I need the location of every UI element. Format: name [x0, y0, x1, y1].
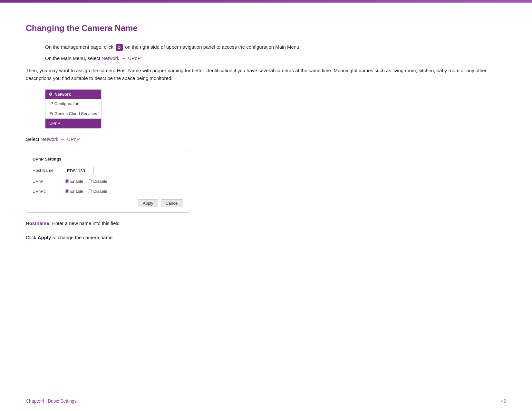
upnpc-enable-radio-label[interactable]: Enable	[65, 188, 83, 195]
arrow-icon-2: →	[60, 136, 65, 143]
upnpc-row: UPnPc Enable Disable	[33, 188, 183, 195]
hostname-label: Hostname:	[26, 220, 51, 226]
apply-line: Click Apply to change the camera name	[26, 234, 506, 241]
footer-chapter: Chapter4 | Basic Settings	[26, 398, 77, 405]
upnpc-enable-radio[interactable]	[65, 189, 69, 193]
network-menu-header: ⚙ Network	[45, 90, 101, 99]
hostname-line: Hostname: Enter a new name into this fie…	[26, 220, 506, 227]
top-bar	[0, 0, 532, 3]
upnp-buttons: Apply Cancel	[33, 199, 183, 207]
menu-item-cloud-services[interactable]: EnGenius Cloud Services	[45, 109, 101, 119]
host-name-row: Host Name	[33, 167, 183, 174]
apply-button[interactable]: Apply	[138, 199, 158, 207]
select-before: Select	[26, 136, 41, 142]
upnp-disable-radio[interactable]	[88, 179, 92, 183]
upnp-box-title: UPnP Settings	[33, 156, 183, 162]
upnpc-disable-text: Disable	[93, 188, 107, 195]
intro-block: On the management page, click ⚙ on the r…	[45, 44, 506, 62]
intro-line2-before: On the Main Menu, select	[45, 55, 102, 61]
upnp-disable-radio-label[interactable]: Disable	[88, 178, 107, 185]
page-container: Changing the Camera Name On the manageme…	[0, 3, 532, 411]
cancel-button[interactable]: Cancel	[161, 199, 183, 207]
intro-line1-before: On the management page, click	[45, 44, 115, 50]
upnp-enable-text: Enable	[70, 178, 83, 185]
network-menu-title: Network	[54, 91, 71, 98]
footer-page-number: 40	[501, 398, 506, 405]
upnp-radio-group: Enable Disable	[65, 178, 107, 185]
network-gear-icon: ⚙	[49, 91, 53, 98]
body-paragraph: Then, you may want to assign the camera …	[26, 67, 506, 82]
upnp-label: UPnP	[33, 178, 65, 185]
select-line: Select Network → UPnP	[26, 136, 506, 143]
apply-bold: Apply	[38, 235, 51, 240]
arrow-icon-1: →	[121, 55, 126, 62]
intro-line-1: On the management page, click ⚙ on the r…	[45, 44, 506, 51]
page-title: Changing the Camera Name	[26, 22, 506, 34]
footer: Chapter4 | Basic Settings 40	[26, 398, 506, 405]
upnp-enable-radio-label[interactable]: Enable	[65, 178, 83, 185]
upnpc-label: UPnPc	[33, 188, 65, 195]
upnp-link-1[interactable]: UPnP	[128, 55, 140, 61]
upnp-link-2[interactable]: UPnP	[67, 136, 80, 142]
network-link-1[interactable]: Network	[102, 55, 119, 61]
intro-line-2: On the Main Menu, select Network → UPnP	[45, 55, 506, 62]
upnpc-radio-group: Enable Disable	[65, 188, 107, 195]
menu-item-upnp[interactable]: UPnP	[45, 119, 101, 128]
network-link-2[interactable]: Network	[41, 136, 58, 142]
upnpc-disable-radio[interactable]	[88, 189, 92, 193]
upnpc-disable-radio-label[interactable]: Disable	[88, 188, 107, 195]
upnpc-enable-text: Enable	[70, 188, 83, 195]
gear-icon: ⚙	[116, 44, 123, 51]
host-name-input[interactable]	[65, 167, 94, 174]
host-name-label: Host Name	[33, 167, 65, 174]
network-menu: ⚙ Network IP Configuration EnGenius Clou…	[45, 89, 102, 129]
upnp-disable-text: Disable	[93, 178, 107, 185]
menu-item-ip-config[interactable]: IP Configuration	[45, 99, 101, 109]
upnp-row: UPnP Enable Disable	[33, 178, 183, 185]
apply-line-after: to change the camera name	[53, 235, 113, 240]
upnp-settings-box: UPnP Settings Host Name UPnP Enable Disa…	[26, 150, 190, 213]
apply-line-before: Click	[26, 235, 38, 240]
hostname-desc: Enter a new name into this field	[52, 220, 120, 226]
intro-line1-after: on the right side of upper navigation pa…	[125, 44, 301, 50]
upnp-enable-radio[interactable]	[65, 179, 69, 183]
